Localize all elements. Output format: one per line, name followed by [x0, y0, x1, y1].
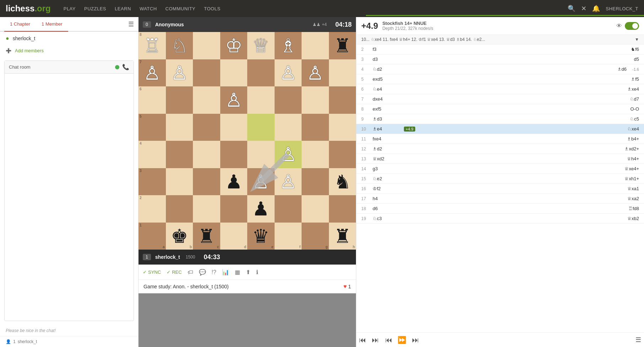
cell-a7[interactable]: 7♙	[139, 59, 166, 87]
cell-f6[interactable]	[275, 86, 302, 114]
cell-a1[interactable]: 1a	[139, 223, 166, 250]
cell-f8[interactable]: ♗	[275, 32, 302, 59]
heart-icon[interactable]: ♥	[343, 283, 347, 290]
cell-a4[interactable]: 4	[139, 141, 166, 168]
engine-line-row[interactable]: 8exf5O-O	[356, 104, 644, 114]
engine-line-row[interactable]: 5exd5♗f5	[356, 74, 644, 84]
cell-b4[interactable]	[166, 141, 193, 168]
cell-g8[interactable]	[302, 32, 329, 59]
nav-prev-icon[interactable]: ⏭	[372, 336, 379, 344]
cell-h5[interactable]	[329, 114, 356, 141]
grid-icon[interactable]: ▦	[235, 269, 240, 276]
cell-d4[interactable]	[220, 141, 248, 168]
nav-puzzles[interactable]: PUZZLES	[84, 6, 106, 11]
close-icon[interactable]: ✕	[581, 5, 586, 12]
cell-f5[interactable]	[275, 114, 302, 141]
cell-a8[interactable]: 8♖	[139, 32, 166, 59]
engine-line-row[interactable]: 17h4♕xa2	[356, 194, 644, 204]
cell-h1[interactable]: h♜	[329, 223, 356, 250]
cell-e1[interactable]: e♛	[247, 223, 275, 250]
nav-next-icon[interactable]: ⏩	[397, 336, 406, 344]
cell-d2[interactable]	[220, 195, 248, 223]
cell-b6[interactable]	[166, 86, 193, 114]
cell-b7[interactable]: ♙	[166, 59, 193, 87]
share-icon[interactable]: ⬆	[246, 269, 250, 276]
cell-d3[interactable]: ♟	[220, 168, 248, 196]
cell-e6[interactable]	[247, 86, 275, 114]
cell-d1[interactable]: d	[220, 223, 248, 250]
cell-c7[interactable]	[193, 59, 220, 87]
user-name[interactable]: sherlock_t	[606, 6, 638, 11]
cell-c2[interactable]	[193, 195, 220, 223]
cell-c8[interactable]	[193, 32, 220, 59]
nav-menu-icon[interactable]: ☰	[635, 336, 641, 344]
cell-h2[interactable]	[329, 195, 356, 223]
cell-g2[interactable]	[302, 195, 329, 223]
add-member-button[interactable]: ➕ Add members	[0, 45, 138, 56]
nav-play[interactable]: PLAY	[64, 6, 76, 11]
rec-button[interactable]: ✓ REC	[167, 269, 182, 275]
cell-b1[interactable]: b♚	[166, 223, 193, 250]
cell-d6[interactable]: ♙	[220, 86, 248, 114]
cell-e8[interactable]: ♕	[247, 32, 275, 59]
engine-line-row[interactable]: 11fxe4♗b4+	[356, 134, 644, 144]
engine-line-row[interactable]: 9♗d3♘c5	[356, 114, 644, 124]
cell-b5[interactable]	[166, 114, 193, 141]
cell-e3[interactable]: ♙	[247, 168, 275, 196]
cell-a6[interactable]: 6	[139, 86, 166, 114]
engine-line-row[interactable]: 6♘e4♗xe4	[356, 84, 644, 94]
engine-line-row[interactable]: 2f3♞f6	[356, 44, 644, 54]
cell-f4[interactable]: ♙	[275, 141, 302, 168]
engine-line-row[interactable]: 18d6♖fd8	[356, 204, 644, 214]
sync-button[interactable]: ✓ SYNC	[143, 269, 161, 275]
search-icon[interactable]: 🔍	[568, 5, 575, 12]
cell-h4[interactable]	[329, 141, 356, 168]
cell-b8[interactable]: ♘	[166, 32, 193, 59]
tag-icon[interactable]: 🏷	[188, 269, 193, 276]
cell-a5[interactable]: 5	[139, 114, 166, 141]
phone-icon[interactable]: 📞	[122, 64, 129, 70]
nav-community[interactable]: COMMUNITY	[166, 6, 196, 11]
nav-last-icon[interactable]: ⏭	[412, 336, 419, 344]
info-icon[interactable]: ℹ	[256, 269, 258, 276]
nav-learn[interactable]: LEARN	[115, 6, 131, 11]
exclamation-icon[interactable]: !?	[212, 269, 216, 276]
nav-step-back-icon[interactable]: ⏭	[385, 336, 392, 344]
cell-c4[interactable]	[193, 141, 220, 168]
cell-g5[interactable]	[302, 114, 329, 141]
nav-tools[interactable]: TOOLS	[204, 6, 220, 11]
cell-f2[interactable]	[275, 195, 302, 223]
cell-h6[interactable]	[329, 86, 356, 114]
cell-h8[interactable]: ♜	[329, 32, 356, 59]
engine-line-row[interactable]: 3d3d5	[356, 54, 644, 64]
engine-line-row[interactable]: 10♗e4+4.9♘xe4	[356, 124, 644, 134]
engine-line-row[interactable]: 4♘d2♗d6-1.6	[356, 64, 644, 74]
engine-line-row[interactable]: 7dxe4♘d7	[356, 94, 644, 104]
cell-h3[interactable]: ♞	[329, 168, 356, 196]
cell-d5[interactable]	[220, 114, 248, 141]
engine-line-row[interactable]: 16♔f2♕xa1	[356, 184, 644, 194]
cell-e7[interactable]	[247, 59, 275, 87]
cell-e5[interactable]	[247, 114, 275, 141]
cell-g3[interactable]	[302, 168, 329, 196]
engine-line-row[interactable]: 14g3♕xe4+	[356, 164, 644, 174]
cell-b3[interactable]	[166, 168, 193, 196]
cell-d8[interactable]: ♔	[220, 32, 248, 59]
cell-e4[interactable]	[247, 141, 275, 168]
cell-g4[interactable]	[302, 141, 329, 168]
engine-toggle-switch[interactable]	[625, 22, 639, 30]
chess-board[interactable]: 8♖♘♔♕♗♜7♙♙♙♙6♙54♙3♟♙♙♞2♟1ab♚c♜de♛fgh♜	[139, 32, 356, 250]
cell-a3[interactable]: 3	[139, 168, 166, 196]
engine-line-row[interactable]: 13♕xd2♕h4+	[356, 154, 644, 164]
tab-chapter[interactable]: 1 Chapter	[4, 17, 36, 32]
tab-member[interactable]: 1 Member	[36, 17, 68, 32]
cell-h7[interactable]	[329, 59, 356, 87]
engine-line-row[interactable]: 12♗d2♗xd2+	[356, 144, 644, 154]
cell-a2[interactable]: 2	[139, 195, 166, 223]
cell-c1[interactable]: c♜	[193, 223, 220, 250]
bell-icon[interactable]: 🔔	[592, 5, 600, 12]
cell-f3[interactable]: ♙	[275, 168, 302, 196]
nav-watch[interactable]: WATCH	[140, 6, 157, 11]
cell-e2[interactable]: ♟	[247, 195, 275, 223]
cell-c6[interactable]	[193, 86, 220, 114]
